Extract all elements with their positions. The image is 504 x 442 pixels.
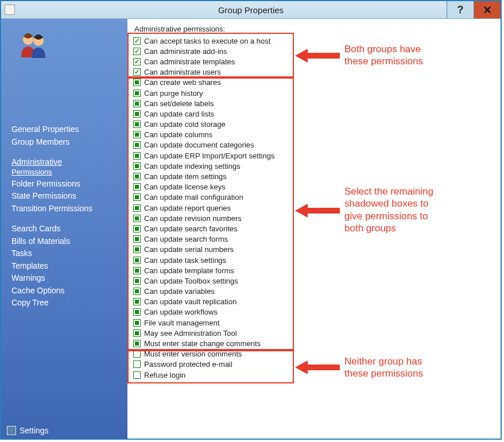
permission-checkbox[interactable] [133,90,141,97]
sidebar-item[interactable]: Cache Options [11,285,127,297]
close-button[interactable] [474,1,501,18]
permission-checkbox[interactable] [133,340,141,347]
permission-checkbox[interactable] [133,48,141,55]
permission-checkbox[interactable] [133,257,141,264]
sidebar-item[interactable]: General Properties [11,123,127,136]
permission-checkbox[interactable] [133,246,141,253]
sidebar-item[interactable]: Group Members [11,136,127,149]
permission-checkbox[interactable] [133,225,141,232]
permission-label: Must enter version comments [144,350,242,358]
permission-checkbox[interactable] [133,58,141,65]
permission-label: Can update task settings [144,256,226,265]
sidebar-item-label: Cache Options [11,286,65,295]
help-button[interactable]: ? [447,1,474,18]
permission-label: Can update columns [144,130,212,139]
permission-label: Can update cold storage [144,120,226,129]
permission-checkbox[interactable] [133,162,141,170]
permission-checkbox[interactable] [133,173,141,180]
permission-checkbox[interactable] [133,204,141,212]
permission-checkbox[interactable] [133,100,141,107]
sidebar: General PropertiesGroup MembersAdministr… [1,19,127,439]
permission-row: Can update item settings [133,171,496,181]
permission-checkbox[interactable] [133,110,141,118]
permission-checkbox[interactable] [133,215,141,222]
permission-row: Can update license keys [133,182,496,192]
permission-checkbox[interactable] [133,329,141,337]
sidebar-item[interactable]: Transition Permissions [11,203,127,215]
sidebar-item-label: Folder Permissions [11,179,80,188]
permission-label: Password protected e-mail [144,360,232,369]
permission-checkbox[interactable] [133,141,141,149]
permission-checkbox[interactable] [133,79,141,86]
permission-checkbox[interactable] [133,267,141,274]
sidebar-item-label: State Permissions [11,191,76,200]
permission-row: Can update card lists [133,108,496,119]
sidebar-item[interactable]: Bills of Materials [11,235,127,248]
permission-label: Can administrate add-ins [144,47,227,56]
permission-row: Can update search forms [133,234,496,245]
permission-checkbox[interactable] [133,308,141,316]
permission-row: File vault management [133,317,496,328]
permission-checkbox[interactable] [133,183,141,191]
permission-checkbox[interactable] [133,68,141,76]
sidebar-item[interactable]: Templates [11,260,127,273]
permissions-heading: Administrative permissions: [134,25,496,33]
permission-checkbox[interactable] [133,350,141,358]
permission-row: May see Administration Tool [133,328,496,338]
permission-label: Can administrate users [144,68,221,76]
permission-label: Can update revision numbers [144,214,242,223]
settings-label: Settings [20,426,49,435]
sidebar-item[interactable]: Copy Tree [11,297,127,309]
permission-label: Can update vault replication [144,297,237,306]
permission-checkbox[interactable] [133,360,141,368]
sidebar-nav: General PropertiesGroup MembersAdministr… [1,123,127,309]
sidebar-item-label: Copy Tree [11,298,49,307]
permission-row: Can update Toolbox settings [133,276,496,286]
permission-checkbox[interactable] [133,319,141,327]
group-users-icon [15,32,50,60]
permission-row: Can administrate templates [133,56,496,67]
permission-row: Can update serial numbers [133,245,496,255]
permission-label: Can update indexing settings [144,162,241,170]
sidebar-item-label: Templates [11,261,48,270]
permission-row: Can administrate users [133,67,496,77]
sidebar-item[interactable]: Search Cards [11,223,127,235]
permission-row: Can update vault replication [133,297,496,307]
permission-row: Can update columns [133,130,496,140]
permission-checkbox[interactable] [133,277,141,285]
permission-checkbox[interactable] [133,121,141,128]
permission-row: Refuse login [133,370,496,380]
permission-label: Can update search favorites [144,224,238,233]
sidebar-item[interactable]: State Permissions [11,190,127,203]
permission-checkbox[interactable] [133,288,141,295]
content-panel: Administrative permissions: Can accept t… [127,19,501,439]
permission-row: Can update report queries [133,203,496,213]
permission-row: Can accept tasks to execute on a host [133,36,496,46]
titlebar: Group Properties ? [1,1,501,19]
permission-checkbox[interactable] [133,131,141,138]
permission-checkbox[interactable] [133,37,141,45]
permission-row: Can update search favorites [133,223,496,234]
permission-row: Can purge history [133,88,496,98]
permission-row: Can update revision numbers [133,213,496,223]
window-title: Group Properties [1,5,501,15]
permission-checkbox[interactable] [133,193,141,201]
sidebar-item[interactable]: Tasks [11,247,127,260]
permission-checkbox[interactable] [133,235,141,243]
permission-label: Can update item settings [144,172,227,181]
sidebar-item-sublabel: Permissions [11,168,127,177]
permission-label: Can update Toolbox settings [144,277,238,285]
settings-row[interactable]: ✓ Settings [7,426,49,435]
sidebar-item[interactable]: Folder Permissions [11,178,127,191]
sidebar-item[interactable]: Warnings [11,272,127,285]
permission-row: Can update workflows [133,307,496,317]
permission-row: Can update task settings [133,255,496,265]
permission-checkbox[interactable] [133,152,141,160]
sidebar-item-label: Administrative [11,157,62,166]
permission-checkbox[interactable] [133,371,141,379]
sidebar-item[interactable]: Administrative Permissions [11,156,127,178]
permission-label: Can update workflows [144,308,218,316]
permission-label: Can update variables [144,287,215,296]
permission-label: Can accept tasks to execute on a host [144,37,270,45]
permission-checkbox[interactable] [133,298,141,305]
